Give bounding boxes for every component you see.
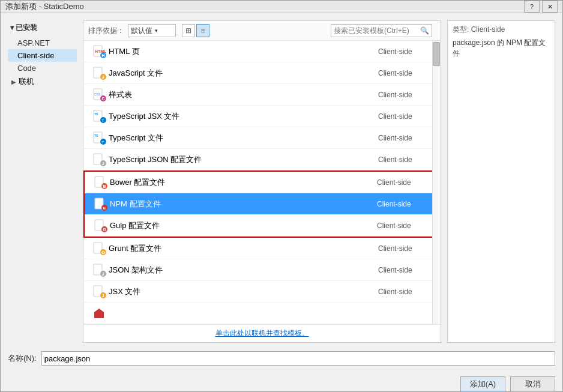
info-type-label: 类型: Client-side (453, 25, 550, 35)
template-name: JSON 架构文件 (109, 265, 378, 276)
help-button[interactable]: ? (524, 1, 540, 13)
template-name: Grunt 配置文件 (109, 243, 378, 254)
cancel-button[interactable]: 取消 (510, 376, 555, 392)
css-icon: CSS C (89, 85, 109, 104)
list-view-button[interactable]: ≡ (196, 24, 209, 37)
add-button[interactable]: 添加(A) (460, 376, 505, 392)
close-button[interactable]: ✕ (542, 1, 558, 13)
npm-icon: N (91, 194, 110, 214)
bower-icon: B (91, 173, 110, 192)
svg-text:G: G (103, 228, 107, 232)
sidebar-group-label: 联机 (19, 76, 34, 87)
ts-icon: TS T (89, 128, 109, 148)
svg-text:TS: TS (94, 112, 98, 116)
svg-text:TS: TS (94, 134, 98, 137)
sidebar: ▾ 已安装 ASP.NET Client-side Code ▶ 联机 (8, 20, 77, 343)
template-name: Bower 配置文件 (110, 177, 377, 188)
template-item-html[interactable]: HTML H HTML 页 Client-side (83, 41, 441, 62)
search-box: 🔍 (331, 24, 432, 37)
template-category: Client-side (378, 69, 426, 77)
template-name: NPM 配置文件 (110, 199, 377, 210)
template-name: Gulp 配置文件 (110, 220, 377, 231)
button-row: 添加(A) 取消 (8, 374, 555, 392)
js-icon: J (89, 64, 109, 83)
find-templates-link[interactable]: 单击此处以联机并查找模板。 (215, 329, 309, 337)
svg-text:J: J (102, 272, 104, 276)
template-name: 样式表 (109, 89, 378, 100)
name-label: 名称(N): (8, 353, 37, 364)
svg-text:G: G (102, 250, 106, 255)
svg-text:C: C (102, 97, 105, 101)
title-bar: 添加新项 - StaticDemo ? ✕ (1, 1, 562, 13)
sidebar-item-aspnet[interactable]: ASP.NET (8, 37, 77, 49)
expand-arrow-icon: ▶ (11, 79, 16, 85)
template-item-tsjson[interactable]: J TypeScript JSON 配置文件 Client-side (83, 149, 441, 170)
svg-text:CSS: CSS (94, 92, 101, 96)
template-category: Client-side (378, 266, 426, 274)
svg-text:B: B (103, 184, 106, 188)
scrollbar-track[interactable] (432, 41, 441, 324)
template-item-npm[interactable]: N NPM 配置文件 Client-side (85, 193, 439, 215)
partial-icon (89, 304, 109, 323)
template-category: Client-side (378, 112, 426, 121)
template-item-ts[interactable]: TS T TypeScript 文件 Client-side (83, 127, 441, 149)
jsonschema-icon: J (89, 261, 109, 280)
view-toggle: ⊞ ≡ (182, 24, 209, 37)
template-item-gulp[interactable]: G Gulp 配置文件 Client-side (85, 215, 439, 237)
dialog-window: 添加新项 - StaticDemo ? ✕ ▾ 已安装 ASP.NET Clie… (0, 0, 563, 392)
template-category: Client-side (377, 178, 425, 187)
template-category: Client-side (378, 134, 426, 142)
dialog-body: ▾ 已安装 ASP.NET Client-side Code ▶ 联机 排序依据… (1, 13, 562, 392)
svg-text:H: H (102, 53, 105, 58)
sort-label: 排序依据： (88, 26, 124, 36)
sidebar-item-client-side[interactable]: Client-side (8, 49, 77, 62)
template-item-bower[interactable]: B Bower 配置文件 Client-side (85, 172, 439, 193)
template-name: TypeScript 文件 (109, 133, 378, 143)
sidebar-item-code[interactable]: Code (8, 62, 77, 74)
svg-text:T: T (102, 119, 104, 122)
tsx-icon: TS T (89, 107, 109, 126)
svg-text:J: J (102, 161, 104, 166)
template-name: HTML 页 (109, 46, 378, 57)
center-panel: 排序依据： 默认值 ▾ ⊞ ≡ 🔍 (83, 20, 441, 343)
template-item-tsx[interactable]: TS T TypeScript JSX 文件 Client-side (83, 106, 441, 127)
grunt-icon: G (89, 239, 109, 258)
name-row: 名称(N): (8, 349, 555, 368)
window-title: 添加新项 - StaticDemo (5, 1, 84, 12)
main-area: ▾ 已安装 ASP.NET Client-side Code ▶ 联机 排序依据… (8, 20, 555, 343)
search-icon[interactable]: 🔍 (420, 26, 429, 35)
sidebar-header: ▾ 已安装 (8, 20, 77, 37)
template-item-css[interactable]: CSS C 样式表 Client-side (83, 84, 441, 106)
gulp-icon: G (91, 216, 110, 235)
template-category: Client-side (378, 91, 426, 99)
red-box-group: B Bower 配置文件 Client-side (83, 170, 441, 238)
jsx-icon: J (89, 282, 109, 301)
dropdown-arrow-icon: ▾ (155, 28, 158, 34)
sort-value: 默认值 (131, 26, 152, 36)
template-name: JavaScript 文件 (109, 68, 378, 79)
template-name: TypeScript JSON 配置文件 (109, 154, 378, 165)
sort-dropdown[interactable]: 默认值 ▾ (128, 24, 176, 37)
link-area: 单击此处以联机并查找模板。 (83, 324, 441, 342)
template-item-partial[interactable] (83, 303, 441, 324)
tsjson-icon: J (89, 150, 109, 169)
svg-text:J: J (102, 294, 104, 298)
template-item-jsonschema[interactable]: J JSON 架构文件 Client-side (83, 259, 441, 281)
template-category: Client-side (377, 200, 425, 208)
template-category: Client-side (377, 222, 425, 230)
template-item-js[interactable]: J JavaScript 文件 Client-side (83, 62, 441, 84)
template-name: JSX 文件 (109, 286, 378, 297)
scrollbar-thumb[interactable] (433, 42, 440, 66)
template-item-grunt[interactable]: G Grunt 配置文件 Client-side (83, 238, 441, 259)
info-description: package.json 的 NPM 配置文件 (453, 37, 550, 59)
name-input[interactable] (41, 351, 555, 366)
svg-text:T: T (102, 140, 104, 144)
toolbar: 排序依据： 默认值 ▾ ⊞ ≡ 🔍 (83, 21, 441, 41)
template-category: Client-side (378, 244, 426, 253)
grid-view-button[interactable]: ⊞ (182, 24, 195, 37)
template-item-jsx[interactable]: J JSX 文件 Client-side (83, 281, 441, 303)
search-input[interactable] (334, 26, 418, 35)
sidebar-group-online[interactable]: ▶ 联机 (8, 74, 77, 89)
svg-text:J: J (102, 75, 104, 79)
template-category: Client-side (378, 288, 426, 296)
